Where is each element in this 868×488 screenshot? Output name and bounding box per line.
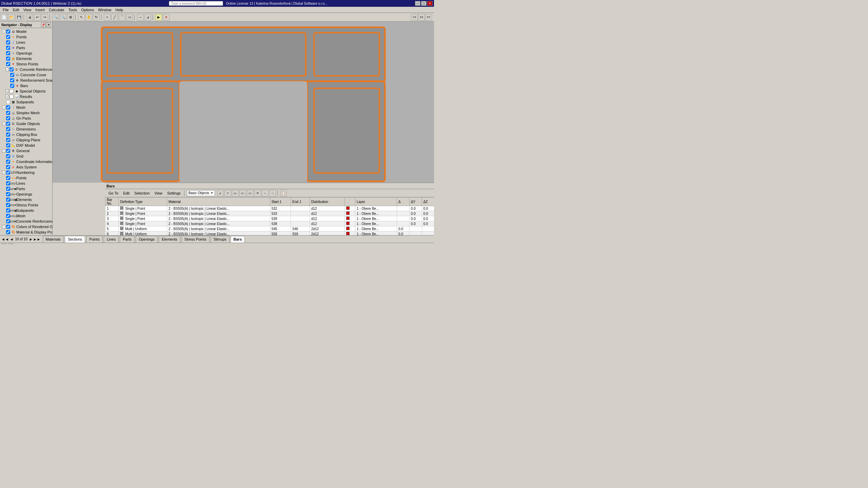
panel-tb-btn6[interactable]: ✕	[254, 190, 261, 197]
status-icon-1[interactable]: 🖊	[1, 244, 7, 244]
undo-button[interactable]: ↩	[34, 14, 41, 21]
tree-item-num-stress[interactable]: 123✦ Stress Points	[0, 202, 52, 208]
check-general[interactable]	[6, 149, 10, 153]
check-reinforcement-snap[interactable]	[10, 78, 14, 82]
check-elements[interactable]	[6, 57, 10, 61]
tree-item-parts[interactable]: ■ Parts	[0, 45, 52, 50]
panel-tb-btn2[interactable]: +	[224, 190, 231, 197]
panel-tb-btn7[interactable]: ←	[262, 190, 269, 197]
nav-prev[interactable]: ◄	[10, 237, 14, 241]
check-stress-points-1[interactable]	[6, 62, 10, 66]
redo-button[interactable]: ↪	[41, 14, 48, 21]
status-view-btn2[interactable]: ▦	[351, 244, 356, 244]
check-clipping-plane[interactable]	[6, 138, 10, 142]
tree-item-reinforcement-snap[interactable]: ⊕ Reinforcement Snap Points	[0, 78, 52, 83]
status-view-btn[interactable]: ⊞	[346, 244, 350, 244]
panel-tb-btn8[interactable]: →	[269, 190, 276, 197]
dimension-button[interactable]: ↔	[137, 14, 144, 21]
tree-item-lines[interactable]: ╱ Lines	[0, 40, 52, 45]
tree-item-mesh[interactable]: − ⋮ Mesh	[0, 105, 52, 110]
select-button[interactable]: ↖	[78, 14, 85, 21]
tree-item-material-display[interactable]: 🎨 Material & Display Properties	[0, 229, 52, 235]
panel-tb-btn3[interactable]: ▭	[232, 190, 239, 197]
view-btn-2[interactable]: XZ	[418, 14, 425, 21]
table-row[interactable]: 5 Multi | Uniform 2 - BS505(A) | Isotrop…	[105, 226, 434, 231]
tree-item-concrete-cover[interactable]: ▭ Concrete Cover	[0, 72, 52, 78]
print-button[interactable]: 🖨	[26, 14, 33, 21]
view-btn-1[interactable]: YZ	[411, 14, 418, 21]
check-lines[interactable]	[6, 40, 10, 44]
maximize-button[interactable]: □	[421, 1, 427, 6]
tree-item-points[interactable]: ● Points	[0, 34, 52, 40]
check-num-parts[interactable]	[6, 187, 10, 191]
tree-item-num-mesh[interactable]: 123△ Mesh	[0, 213, 52, 219]
tab-sections[interactable]: Sections	[65, 236, 85, 243]
zoom-out-button[interactable]: 🔍	[60, 14, 66, 21]
tab-lines[interactable]: Lines	[104, 236, 119, 243]
table-row[interactable]: 6 Multi | Uniform 2 - BS505(A) | Isotrop…	[105, 231, 434, 236]
stop-button[interactable]: ✕	[163, 14, 170, 21]
menu-insert[interactable]: Insert	[33, 8, 47, 12]
navigator-pin[interactable]: 📌	[41, 22, 46, 27]
check-coord-cursor[interactable]	[6, 160, 10, 164]
check-bars-1[interactable]	[10, 84, 14, 88]
expand-numbering[interactable]: −	[2, 171, 5, 174]
tab-goto[interactable]: Go To	[106, 191, 120, 195]
tree-item-concrete-reinforcement[interactable]: − ⊞ Concrete Reinforcement	[0, 67, 52, 72]
menu-file[interactable]: File	[1, 8, 11, 12]
basic-objects-dropdown-icon[interactable]: ▼	[211, 191, 213, 195]
check-simplex-mesh[interactable]	[6, 111, 10, 115]
status-view-btn3[interactable]: ▧	[356, 244, 361, 244]
tree-item-grid[interactable]: ⊞ Grid	[0, 154, 52, 159]
menu-view[interactable]: View	[21, 8, 34, 12]
tree-item-subpanels-model[interactable]: ▦ Subpanels	[0, 99, 52, 105]
tab-parts[interactable]: Parts	[120, 236, 135, 243]
tab-materials[interactable]: Materials	[43, 236, 64, 243]
table-row[interactable]: 2 Single | Point 2 - BS505(A) | Isotropi…	[105, 211, 434, 216]
save-button[interactable]: 💾	[16, 14, 22, 21]
tree-item-on-parts[interactable]: △ On Parts	[0, 116, 52, 121]
nav-last[interactable]: ►►	[33, 237, 41, 241]
line-button[interactable]: ╱	[111, 14, 118, 21]
tab-view[interactable]: View	[152, 191, 164, 195]
close-button[interactable]: ✕	[427, 1, 433, 6]
tree-item-num-lines[interactable]: 123╱ Lines	[0, 181, 52, 186]
tree-item-stress-points[interactable]: ✦ Stress Points	[0, 61, 52, 67]
check-guide-objects[interactable]	[6, 122, 10, 126]
tree-item-bars[interactable]: ● Bars	[0, 83, 52, 88]
tab-settings[interactable]: Settings	[165, 191, 183, 195]
expand-guide[interactable]: −	[2, 122, 5, 125]
tree-item-dimensions[interactable]: ↔ Dimensions	[0, 126, 52, 132]
new-button[interactable]: 📄	[1, 14, 7, 21]
constraint-button[interactable]: ⊿	[144, 14, 151, 21]
tree-item-num-openings[interactable]: 123○ Openings	[0, 191, 52, 197]
rect-button[interactable]: ▭	[126, 14, 133, 21]
expand-general[interactable]: −	[2, 149, 5, 152]
tab-openings[interactable]: Openings	[136, 236, 158, 243]
minimize-button[interactable]: ─	[415, 1, 420, 6]
table-row[interactable]: 1 Single | Point 2 - BS505(A) | Isotropi…	[105, 206, 434, 211]
viewport[interactable]	[53, 22, 434, 183]
check-points[interactable]	[6, 35, 10, 39]
check-special-objects[interactable]	[9, 89, 14, 93]
tree-item-coord-cursor[interactable]: ♦ Coordinate Information on Cursor	[0, 159, 52, 164]
tab-selection[interactable]: Selection	[132, 191, 152, 195]
menu-tools[interactable]: Tools	[66, 8, 79, 12]
check-concrete-reinforcement[interactable]	[9, 67, 14, 72]
nav-first[interactable]: ◄◄	[1, 237, 9, 241]
check-axis-system[interactable]	[6, 165, 10, 169]
pan-button[interactable]: ✋	[85, 14, 92, 21]
check-numbering[interactable]	[6, 170, 10, 175]
check-subpanels-model[interactable]	[6, 100, 10, 104]
check-mesh[interactable]	[6, 105, 10, 109]
expand-colors[interactable]: −	[2, 225, 5, 228]
point-button[interactable]: •	[104, 14, 111, 21]
tree-item-colors[interactable]: − 🎨 Colors of Rendered Objects by	[0, 224, 52, 229]
menu-edit[interactable]: Edit	[11, 8, 21, 12]
nav-next[interactable]: ►	[29, 237, 33, 241]
check-dimensions[interactable]	[6, 127, 10, 131]
expand-concrete[interactable]: −	[5, 68, 9, 71]
menu-options[interactable]: Options	[79, 8, 96, 12]
tree-item-clipping-plane[interactable]: ▱ Clipping Plane	[0, 137, 52, 143]
tab-stress-points[interactable]: Stress Points	[181, 236, 210, 243]
